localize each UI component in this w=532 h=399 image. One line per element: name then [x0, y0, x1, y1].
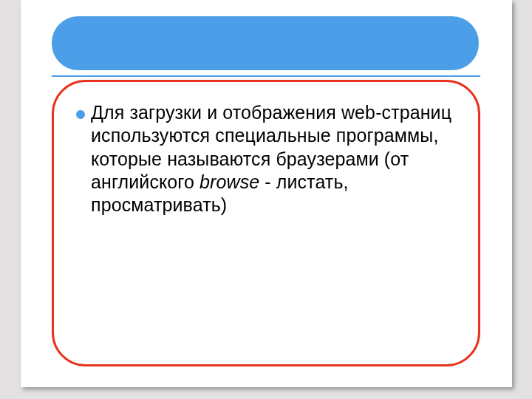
title-underline: [52, 75, 480, 77]
body-text: Для загрузки и отображения web-страниц и…: [91, 101, 456, 216]
bullet-icon: [76, 110, 85, 119]
content-frame: Для загрузки и отображения web-страниц и…: [52, 80, 480, 366]
title-band: [52, 16, 479, 70]
bullet-item: Для загрузки и отображения web-страниц и…: [76, 101, 456, 216]
slide-card: Для загрузки и отображения web-страниц и…: [21, 0, 512, 387]
body-text-italic: browse: [200, 171, 259, 192]
